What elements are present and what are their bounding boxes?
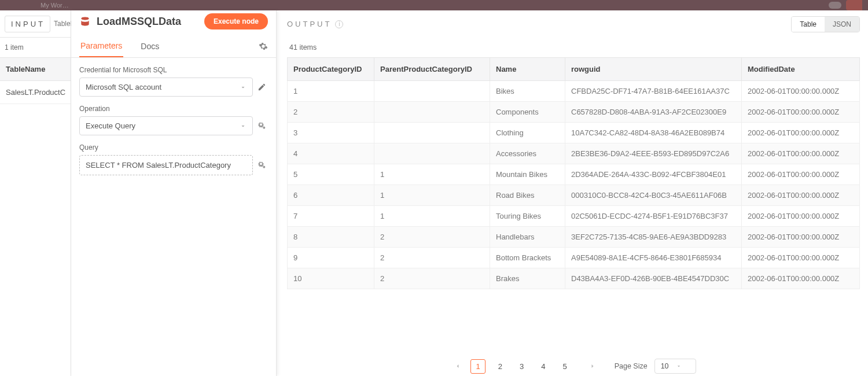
table-cell: 8 bbox=[288, 227, 374, 248]
column-header[interactable]: ProductCategoryID bbox=[288, 58, 374, 81]
pager-page[interactable]: 4 bbox=[536, 360, 550, 373]
table-cell: 2002-06-01T00:00:00.000Z bbox=[742, 143, 860, 164]
table-cell: 02C5061D-ECDC-4274-B5F1-E91D76BC3F37 bbox=[565, 206, 742, 227]
page-size-value: 10 bbox=[661, 362, 669, 370]
credential-label: Credential for Microsoft SQL bbox=[79, 66, 268, 74]
column-header[interactable]: rowguid bbox=[565, 58, 742, 81]
table-cell bbox=[374, 102, 490, 123]
pager-page[interactable]: 1 bbox=[470, 359, 485, 374]
table-cell: 2D364ADE-264A-433C-B092-4FCBF3804E01 bbox=[565, 164, 742, 185]
breadcrumb: My Wor… bbox=[6, 2, 69, 9]
table-cell bbox=[374, 123, 490, 143]
table-cell: 2 bbox=[374, 227, 490, 248]
table-cell: Bikes bbox=[490, 81, 565, 102]
table-row[interactable]: 102BrakesD43BA4A3-EF0D-426B-90EB-4BE4547… bbox=[288, 268, 860, 289]
table-row[interactable]: 71Touring Bikes02C5061D-ECDC-4274-B5F1-E… bbox=[288, 206, 860, 227]
table-cell: 9 bbox=[288, 248, 374, 268]
table-cell: 2002-06-01T00:00:00.000Z bbox=[742, 248, 860, 268]
view-table-button[interactable]: Table bbox=[792, 17, 825, 32]
tab-parameters[interactable]: Parameters bbox=[79, 35, 123, 57]
table-cell: A9E54089-8A1E-4CF5-8646-E3801F685934 bbox=[565, 248, 742, 268]
input-heading: INPUT bbox=[5, 16, 50, 32]
output-table: ProductCategoryIDParentProductCategoryID… bbox=[287, 57, 860, 289]
table-cell: 2002-06-01T00:00:00.000Z bbox=[742, 227, 860, 248]
table-cell: 2002-06-01T00:00:00.000Z bbox=[742, 268, 860, 289]
table-cell: 2 bbox=[374, 248, 490, 268]
view-json-button[interactable]: JSON bbox=[825, 17, 859, 32]
node-config-panel: LoadMSSQLData Execute node Parameters Do… bbox=[71, 10, 277, 376]
table-row[interactable]: 3Clothing10A7C342-CA82-48D4-8A38-46A2EB0… bbox=[288, 123, 860, 143]
table-row[interactable]: 1BikesCFBDA25C-DF71-47A7-B81B-64EE161AA3… bbox=[288, 81, 860, 102]
table-cell: 2BE3BE36-D9A2-4EEE-B593-ED895D97C2A6 bbox=[565, 143, 742, 164]
table-cell: 3 bbox=[288, 123, 374, 143]
output-panel: OUTPUT i Table JSON 41 items ProductCate… bbox=[277, 10, 868, 376]
database-icon bbox=[79, 16, 91, 27]
table-cell: 1 bbox=[374, 185, 490, 206]
toggle-pill bbox=[829, 2, 841, 9]
table-cell: 1 bbox=[288, 81, 374, 102]
table-cell bbox=[374, 143, 490, 164]
chevron-down-icon bbox=[240, 84, 247, 91]
chevron-down-icon bbox=[240, 123, 247, 130]
chevron-down-icon bbox=[676, 363, 682, 369]
gears-icon[interactable] bbox=[258, 161, 268, 170]
table-cell: 10A7C342-CA82-48D4-8A38-46A2EB089B74 bbox=[565, 123, 742, 143]
table-cell: 2 bbox=[374, 268, 490, 289]
table-cell: 6 bbox=[288, 185, 374, 206]
table-cell: Touring Bikes bbox=[490, 206, 565, 227]
gears-icon[interactable] bbox=[258, 121, 268, 131]
table-cell bbox=[374, 81, 490, 102]
pager-page[interactable]: 5 bbox=[558, 360, 571, 373]
table-row[interactable]: 51Mountain Bikes2D364ADE-264A-433C-B092-… bbox=[288, 164, 860, 185]
pager: 12345 bbox=[451, 360, 599, 372]
operation-select[interactable]: Execute Query bbox=[79, 116, 253, 135]
table-cell: Components bbox=[490, 102, 565, 123]
input-panel: INPUT TableN 1 item TableName SalesLT.Pr… bbox=[0, 10, 71, 376]
info-icon[interactable]: i bbox=[335, 20, 343, 28]
credential-select[interactable]: Microsoft SQL account bbox=[79, 78, 253, 97]
table-cell: 3EF2C725-7135-4C85-9AE6-AE9A3BDD9283 bbox=[565, 227, 742, 248]
gear-icon[interactable] bbox=[259, 42, 268, 51]
tab-docs[interactable]: Docs bbox=[139, 36, 160, 57]
table-cell: Road Bikes bbox=[490, 185, 565, 206]
app-topbar: My Wor… bbox=[0, 0, 868, 10]
table-cell: 2002-06-01T00:00:00.000Z bbox=[742, 206, 860, 227]
column-header[interactable]: Name bbox=[490, 58, 565, 81]
table-cell: Mountain Bikes bbox=[490, 164, 565, 185]
table-row[interactable]: 92Bottom BracketsA9E54089-8A1E-4CF5-8646… bbox=[288, 248, 860, 268]
pencil-icon[interactable] bbox=[258, 83, 268, 91]
table-cell: 2002-06-01T00:00:00.000Z bbox=[742, 185, 860, 206]
table-row[interactable]: 2ComponentsC657828D-D808-4ABA-91A3-AF2CE… bbox=[288, 102, 860, 123]
execute-node-button[interactable]: Execute node bbox=[204, 13, 268, 30]
table-cell: 7 bbox=[288, 206, 374, 227]
table-cell: 1 bbox=[374, 206, 490, 227]
table-row[interactable]: 82Handlebars3EF2C725-7135-4C85-9AE6-AE9A… bbox=[288, 227, 860, 248]
table-cell: 2002-06-01T00:00:00.000Z bbox=[742, 123, 860, 143]
table-cell: D43BA4A3-EF0D-426B-90EB-4BE4547DD30C bbox=[565, 268, 742, 289]
column-header[interactable]: ParentProductCategoryID bbox=[374, 58, 490, 81]
table-cell: Brakes bbox=[490, 268, 565, 289]
table-cell: C657828D-D808-4ABA-91A3-AF2CE02300E9 bbox=[565, 102, 742, 123]
table-cell: Clothing bbox=[490, 123, 565, 143]
input-column-header: TableName bbox=[0, 57, 71, 81]
topbar-action bbox=[846, 0, 862, 10]
view-toggle: Table JSON bbox=[791, 16, 860, 32]
credential-value: Microsoft SQL account bbox=[86, 83, 161, 91]
table-cell: Accessories bbox=[490, 143, 565, 164]
pager-page[interactable]: 2 bbox=[494, 360, 507, 373]
table-row[interactable]: 4Accessories2BE3BE36-D9A2-4EEE-B593-ED89… bbox=[288, 143, 860, 164]
pager-page[interactable]: 3 bbox=[515, 360, 528, 373]
table-cell: 2002-06-01T00:00:00.000Z bbox=[742, 164, 860, 185]
table-row[interactable]: 61Road Bikes000310C0-BCC8-42C4-B0C3-45AE… bbox=[288, 185, 860, 206]
query-label: Query bbox=[79, 143, 268, 152]
table-cell: 2002-06-01T00:00:00.000Z bbox=[742, 81, 860, 102]
table-cell: 000310C0-BCC8-42C4-B0C3-45AE611AF06B bbox=[565, 185, 742, 206]
page-size-select[interactable]: 10 bbox=[654, 359, 696, 374]
query-input[interactable]: SELECT * FROM SalesLT.ProductCategory bbox=[79, 155, 253, 175]
table-cell: CFBDA25C-DF71-47A7-B81B-64EE161AA37C bbox=[565, 81, 742, 102]
column-header[interactable]: ModifiedDate bbox=[742, 58, 860, 81]
table-cell: 5 bbox=[288, 164, 374, 185]
table-cell: 2 bbox=[288, 102, 374, 123]
pager-prev-icon[interactable] bbox=[451, 360, 465, 372]
pager-next-icon[interactable] bbox=[586, 360, 599, 372]
